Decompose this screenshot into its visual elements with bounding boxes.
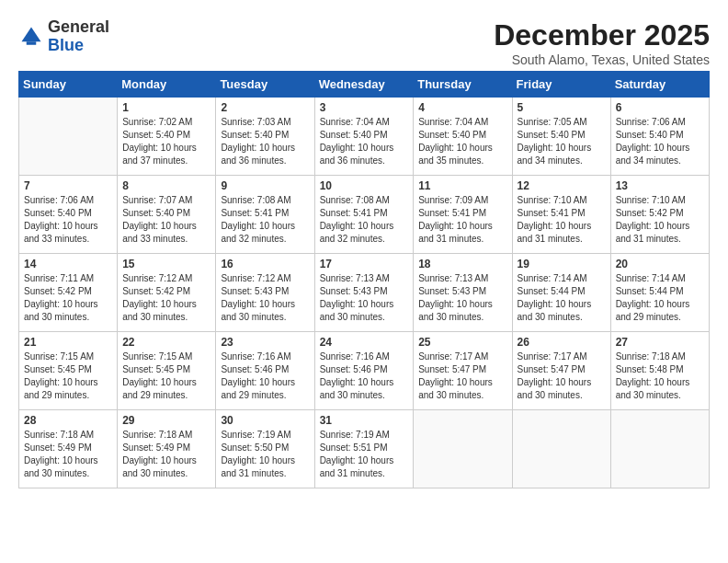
week-row-3: 21Sunrise: 7:15 AM Sunset: 5:45 PM Dayli…	[19, 332, 710, 410]
calendar-header-thursday: Thursday	[414, 72, 512, 98]
calendar-cell	[19, 98, 118, 176]
week-row-0: 1Sunrise: 7:02 AM Sunset: 5:40 PM Daylig…	[19, 98, 710, 176]
day-info: Sunrise: 7:06 AM Sunset: 5:40 PM Dayligh…	[616, 116, 704, 167]
calendar-cell: 19Sunrise: 7:14 AM Sunset: 5:44 PM Dayli…	[512, 254, 610, 332]
day-number: 13	[616, 179, 704, 192]
day-info: Sunrise: 7:12 AM Sunset: 5:43 PM Dayligh…	[221, 272, 309, 324]
day-info: Sunrise: 7:04 AM Sunset: 5:40 PM Dayligh…	[418, 116, 506, 167]
day-number: 14	[24, 258, 112, 270]
day-number: 1	[122, 101, 210, 114]
day-info: Sunrise: 7:18 AM Sunset: 5:49 PM Dayligh…	[24, 429, 112, 480]
day-number: 31	[320, 414, 409, 427]
day-info: Sunrise: 7:16 AM Sunset: 5:46 PM Dayligh…	[320, 350, 409, 402]
day-info: Sunrise: 7:05 AM Sunset: 5:40 PM Dayligh…	[518, 116, 606, 167]
day-number: 22	[122, 336, 210, 349]
day-info: Sunrise: 7:04 AM Sunset: 5:40 PM Dayligh…	[320, 116, 409, 167]
day-info: Sunrise: 7:08 AM Sunset: 5:41 PM Dayligh…	[221, 194, 309, 246]
day-number: 8	[122, 179, 210, 192]
day-info: Sunrise: 7:19 AM Sunset: 5:51 PM Dayligh…	[320, 429, 409, 480]
day-number: 6	[616, 101, 704, 114]
day-number: 19	[518, 258, 606, 270]
day-number: 18	[418, 258, 506, 270]
day-number: 26	[518, 336, 606, 349]
day-number: 29	[122, 414, 210, 427]
calendar-cell: 21Sunrise: 7:15 AM Sunset: 5:45 PM Dayli…	[19, 332, 118, 410]
day-info: Sunrise: 7:17 AM Sunset: 5:47 PM Dayligh…	[518, 350, 606, 402]
calendar-cell	[512, 410, 610, 488]
day-info: Sunrise: 7:14 AM Sunset: 5:44 PM Dayligh…	[616, 272, 704, 324]
day-number: 3	[320, 101, 409, 114]
calendar-cell: 4Sunrise: 7:04 AM Sunset: 5:40 PM Daylig…	[414, 98, 512, 176]
week-row-2: 14Sunrise: 7:11 AM Sunset: 5:42 PM Dayli…	[19, 254, 710, 332]
day-info: Sunrise: 7:02 AM Sunset: 5:40 PM Dayligh…	[122, 116, 210, 167]
day-number: 4	[418, 101, 506, 114]
day-number: 24	[320, 336, 409, 349]
calendar-cell: 9Sunrise: 7:08 AM Sunset: 5:41 PM Daylig…	[216, 176, 314, 254]
day-number: 11	[418, 179, 506, 192]
day-info: Sunrise: 7:18 AM Sunset: 5:48 PM Dayligh…	[616, 350, 704, 402]
day-number: 30	[221, 414, 309, 427]
calendar-header-monday: Monday	[118, 72, 216, 98]
day-info: Sunrise: 7:16 AM Sunset: 5:46 PM Dayligh…	[221, 350, 309, 402]
day-number: 20	[616, 258, 704, 270]
calendar-cell: 12Sunrise: 7:10 AM Sunset: 5:41 PM Dayli…	[512, 176, 610, 254]
svg-marker-0	[22, 27, 41, 41]
title-area: December 2025 South Alamo, Texas, United…	[494, 18, 710, 67]
calendar-cell: 8Sunrise: 7:07 AM Sunset: 5:40 PM Daylig…	[118, 176, 216, 254]
calendar-cell: 16Sunrise: 7:12 AM Sunset: 5:43 PM Dayli…	[216, 254, 314, 332]
day-info: Sunrise: 7:17 AM Sunset: 5:47 PM Dayligh…	[418, 350, 506, 402]
day-number: 25	[418, 336, 506, 349]
week-row-4: 28Sunrise: 7:18 AM Sunset: 5:49 PM Dayli…	[19, 410, 710, 488]
calendar-cell: 3Sunrise: 7:04 AM Sunset: 5:40 PM Daylig…	[314, 98, 414, 176]
day-info: Sunrise: 7:15 AM Sunset: 5:45 PM Dayligh…	[24, 350, 112, 402]
day-number: 17	[320, 258, 409, 270]
day-info: Sunrise: 7:15 AM Sunset: 5:45 PM Dayligh…	[122, 350, 210, 402]
day-info: Sunrise: 7:18 AM Sunset: 5:49 PM Dayligh…	[122, 429, 210, 480]
calendar-cell: 18Sunrise: 7:13 AM Sunset: 5:43 PM Dayli…	[414, 254, 512, 332]
calendar-cell: 26Sunrise: 7:17 AM Sunset: 5:47 PM Dayli…	[512, 332, 610, 410]
day-info: Sunrise: 7:14 AM Sunset: 5:44 PM Dayligh…	[518, 272, 606, 324]
calendar-cell: 11Sunrise: 7:09 AM Sunset: 5:41 PM Dayli…	[414, 176, 512, 254]
calendar-cell: 22Sunrise: 7:15 AM Sunset: 5:45 PM Dayli…	[118, 332, 216, 410]
day-info: Sunrise: 7:06 AM Sunset: 5:40 PM Dayligh…	[24, 194, 112, 246]
calendar-cell: 10Sunrise: 7:08 AM Sunset: 5:41 PM Dayli…	[314, 176, 414, 254]
day-number: 15	[122, 258, 210, 270]
calendar-header-wednesday: Wednesday	[314, 72, 414, 98]
day-info: Sunrise: 7:13 AM Sunset: 5:43 PM Dayligh…	[418, 272, 506, 324]
calendar-cell: 31Sunrise: 7:19 AM Sunset: 5:51 PM Dayli…	[314, 410, 414, 488]
day-info: Sunrise: 7:12 AM Sunset: 5:42 PM Dayligh…	[122, 272, 210, 324]
day-number: 12	[518, 179, 606, 192]
calendar-cell: 1Sunrise: 7:02 AM Sunset: 5:40 PM Daylig…	[118, 98, 216, 176]
calendar-cell: 28Sunrise: 7:18 AM Sunset: 5:49 PM Dayli…	[19, 410, 118, 488]
calendar-header-tuesday: Tuesday	[216, 72, 314, 98]
calendar-cell: 2Sunrise: 7:03 AM Sunset: 5:40 PM Daylig…	[216, 98, 314, 176]
calendar-cell	[610, 410, 709, 488]
day-info: Sunrise: 7:07 AM Sunset: 5:40 PM Dayligh…	[122, 194, 210, 246]
day-info: Sunrise: 7:08 AM Sunset: 5:41 PM Dayligh…	[320, 194, 409, 246]
calendar-cell: 13Sunrise: 7:10 AM Sunset: 5:42 PM Dayli…	[610, 176, 709, 254]
day-number: 16	[221, 258, 309, 270]
calendar-header-sunday: Sunday	[19, 72, 118, 98]
calendar-cell: 24Sunrise: 7:16 AM Sunset: 5:46 PM Dayli…	[314, 332, 414, 410]
page-container: General Blue December 2025 South Alamo, …	[18, 18, 710, 488]
logo-blue: Blue	[48, 36, 84, 54]
calendar-table: SundayMondayTuesdayWednesdayThursdayFrid…	[18, 71, 710, 488]
calendar-cell: 6Sunrise: 7:06 AM Sunset: 5:40 PM Daylig…	[610, 98, 709, 176]
day-info: Sunrise: 7:10 AM Sunset: 5:41 PM Dayligh…	[518, 194, 606, 246]
day-info: Sunrise: 7:11 AM Sunset: 5:42 PM Dayligh…	[24, 272, 112, 324]
calendar-cell: 29Sunrise: 7:18 AM Sunset: 5:49 PM Dayli…	[118, 410, 216, 488]
day-info: Sunrise: 7:13 AM Sunset: 5:43 PM Dayligh…	[320, 272, 409, 324]
calendar-cell: 23Sunrise: 7:16 AM Sunset: 5:46 PM Dayli…	[216, 332, 314, 410]
day-number: 5	[518, 101, 606, 114]
calendar-header-friday: Friday	[512, 72, 610, 98]
day-number: 2	[221, 101, 309, 114]
header: General Blue December 2025 South Alamo, …	[18, 18, 710, 67]
week-row-1: 7Sunrise: 7:06 AM Sunset: 5:40 PM Daylig…	[19, 176, 710, 254]
day-number: 23	[221, 336, 309, 349]
calendar-cell	[414, 410, 512, 488]
day-number: 27	[616, 336, 704, 349]
day-number: 7	[24, 179, 112, 192]
calendar-header-row: SundayMondayTuesdayWednesdayThursdayFrid…	[19, 72, 710, 98]
logo-text: General Blue	[48, 18, 109, 55]
day-number: 28	[24, 414, 112, 427]
